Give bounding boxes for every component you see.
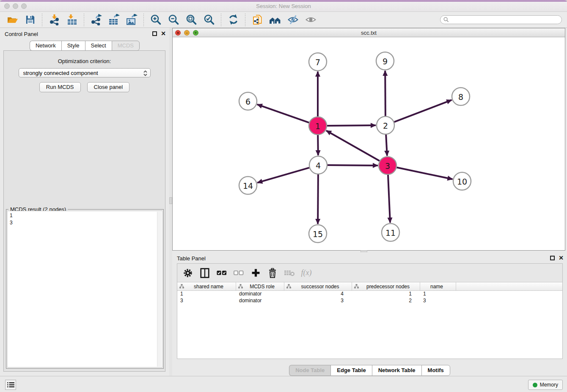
- mcds-result-area[interactable]: 1 3: [7, 211, 162, 367]
- tab-mcds[interactable]: MCDS: [112, 41, 140, 51]
- task-history-button[interactable]: [5, 380, 16, 390]
- list-icon: [7, 382, 14, 388]
- first-neighbors-button[interactable]: [268, 13, 282, 27]
- hide-selected-button[interactable]: [286, 13, 300, 27]
- function-icon: f(x): [301, 268, 312, 277]
- tab-network-table[interactable]: Network Table: [372, 365, 421, 376]
- clone-network-button[interactable]: [250, 13, 264, 27]
- toolbar-separator: [84, 14, 84, 26]
- tab-node-table[interactable]: Node Table: [289, 365, 330, 376]
- column-header-mcds-role[interactable]: MCDS role: [236, 282, 284, 290]
- import-table-button[interactable]: [65, 13, 79, 27]
- graph-node-label-4: 4: [316, 161, 321, 170]
- save-session-button[interactable]: [23, 13, 37, 27]
- window-top-accent: [0, 0, 567, 2]
- graph-edge-2-8[interactable]: [394, 100, 452, 122]
- graph-edge-4-15[interactable]: [318, 174, 318, 224]
- table-row[interactable]: 3 dominator 3 2 3: [177, 298, 562, 304]
- table-row[interactable]: 1 dominator 4 1 1: [177, 291, 562, 298]
- zoom-fit-button[interactable]: [184, 13, 198, 27]
- zoom-selected-icon: [204, 14, 215, 25]
- control-panel: Control Panel ✕ Network Style Select MCD…: [0, 28, 169, 376]
- graph-edge-3-10[interactable]: [397, 168, 453, 179]
- splitter-grip[interactable]: [169, 197, 172, 204]
- table-header-row: shared name MCDS role successor nodes pr…: [177, 282, 562, 291]
- network-window-titlebar: ✕ − + scc.txt: [173, 28, 565, 37]
- graph-edge-3-1[interactable]: [326, 130, 380, 161]
- table-close-panel-icon[interactable]: ✕: [559, 256, 564, 260]
- graph-edge-4-3[interactable]: [328, 165, 378, 166]
- cell-successor-nodes[interactable]: 3: [284, 298, 352, 304]
- tab-select[interactable]: Select: [85, 41, 112, 51]
- criterion-dropdown[interactable]: strongly connected component: [19, 68, 151, 77]
- add-column-button[interactable]: [249, 267, 262, 279]
- cell-shared-name[interactable]: 3: [177, 298, 236, 304]
- network-maximize-button[interactable]: +: [193, 30, 198, 36]
- open-folder-icon: [7, 14, 18, 25]
- tab-style[interactable]: Style: [61, 41, 85, 51]
- graph-edge-2-3[interactable]: [386, 135, 387, 156]
- memory-button[interactable]: Memory: [528, 380, 563, 390]
- export-table-button[interactable]: [107, 13, 121, 27]
- close-panel-button[interactable]: Close panel: [87, 82, 130, 92]
- run-mcds-button[interactable]: Run MCDS: [39, 82, 81, 92]
- cell-predecessor-nodes[interactable]: 1: [352, 291, 420, 298]
- tab-network[interactable]: Network: [30, 41, 61, 51]
- export-network-button[interactable]: [89, 13, 103, 27]
- table-panel-tabs: Node Table Edge Table Network Table Moti…: [172, 365, 567, 376]
- select-all-rows-button[interactable]: [215, 267, 228, 279]
- delete-columns-button[interactable]: [266, 267, 279, 279]
- cell-mcds-role[interactable]: dominator: [236, 291, 284, 298]
- show-all-button[interactable]: [304, 13, 317, 27]
- column-header-shared-name[interactable]: shared name: [177, 282, 236, 290]
- graph-edge-2-9[interactable]: [385, 71, 385, 116]
- graph-edge-4-14[interactable]: [257, 168, 309, 183]
- tab-motifs[interactable]: Motifs: [421, 365, 450, 376]
- cell-name[interactable]: 1: [420, 291, 456, 298]
- table-settings-button[interactable]: [182, 267, 194, 279]
- cell-predecessor-nodes[interactable]: 2: [352, 298, 420, 304]
- search-input[interactable]: [451, 16, 561, 23]
- function-builder-button[interactable]: f(x): [300, 267, 313, 279]
- column-header-predecessor-nodes[interactable]: predecessor nodes: [352, 282, 420, 290]
- column-header-name[interactable]: name: [420, 282, 456, 290]
- toolbar-separator: [245, 14, 245, 26]
- window-title: Session: New Session: [0, 3, 567, 9]
- cell-shared-name[interactable]: 1: [177, 291, 236, 298]
- control-panel-tabs: Network Style Select MCDS: [0, 41, 169, 51]
- import-network-button[interactable]: [47, 13, 61, 27]
- cell-name[interactable]: 3: [420, 298, 456, 304]
- zoom-selected-button[interactable]: [202, 13, 216, 27]
- deselect-all-rows-button[interactable]: [232, 267, 245, 279]
- graph-edge-1-6[interactable]: [257, 105, 309, 123]
- cell-mcds-role[interactable]: dominator: [236, 298, 284, 304]
- select-all-icon: [217, 271, 227, 276]
- network-minimize-button[interactable]: −: [184, 30, 190, 36]
- graph-edge-1-2[interactable]: [327, 125, 376, 126]
- network-close-button[interactable]: ✕: [175, 30, 181, 36]
- dropdown-stepper-icon: [143, 70, 148, 78]
- graph-edge-3-11[interactable]: [388, 175, 390, 223]
- float-panel-icon[interactable]: [152, 31, 157, 36]
- tab-edge-table[interactable]: Edge Table: [330, 365, 372, 376]
- split-table-view-button[interactable]: [198, 267, 211, 279]
- graph-edge-1-4[interactable]: [318, 135, 318, 155]
- export-image-button[interactable]: [125, 13, 138, 27]
- open-session-button[interactable]: [6, 13, 19, 27]
- close-panel-icon[interactable]: ✕: [161, 31, 166, 36]
- zoom-in-button[interactable]: [149, 13, 162, 27]
- result-scrollbar[interactable]: [157, 212, 162, 367]
- zoom-out-button[interactable]: [167, 13, 180, 27]
- gear-icon: [183, 268, 193, 278]
- graph-node-label-10: 10: [457, 177, 467, 186]
- zoom-fit-icon: [186, 14, 197, 25]
- delete-table-button[interactable]: [283, 267, 296, 279]
- apply-layout-button[interactable]: [226, 13, 240, 27]
- vertical-splitter[interactable]: [169, 28, 172, 376]
- cell-successor-nodes[interactable]: 4: [284, 291, 352, 298]
- column-header-successor-nodes[interactable]: successor nodes: [284, 282, 352, 290]
- graph-node-label-6: 6: [245, 97, 250, 106]
- clone-network-icon: [252, 14, 263, 25]
- table-float-panel-icon[interactable]: [550, 256, 555, 260]
- network-graph[interactable]: 7968124314101511: [173, 37, 565, 250]
